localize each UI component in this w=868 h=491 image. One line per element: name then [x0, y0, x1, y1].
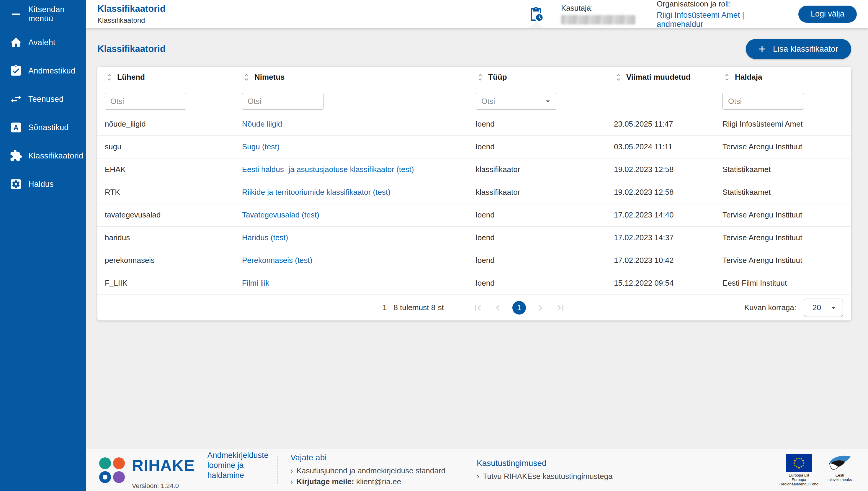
svg-text:★: ★ — [800, 465, 803, 468]
classifier-link[interactable]: Nõude liigid — [242, 119, 282, 128]
column-header-tyyp[interactable]: Tüüp — [476, 73, 507, 82]
user-label: Kasutaja: — [561, 3, 638, 13]
table-header-row: Lühend Nimetus Tüüp Viimati muudetud Hal… — [97, 67, 851, 90]
logo-dot-orange — [113, 457, 125, 469]
eu-logo-caption: Euroopa Liit Euroopa Regionaalarengu Fon… — [779, 473, 818, 486]
filter-tyyp-select[interactable]: Otsi — [476, 93, 557, 110]
terms-link[interactable]: › Tutvu RIHAKEse kasutustingimustega — [476, 471, 615, 482]
sort-icon[interactable] — [105, 73, 114, 82]
sidebar-item-klassifikaatorid[interactable]: Klassifikaatorid — [0, 142, 86, 170]
terms-section: Kasutustingimused › Tutvu RIHAKEse kasut… — [476, 459, 615, 482]
next-page-icon[interactable] — [535, 302, 546, 313]
pager-controls: 1 — [472, 301, 566, 315]
table-row[interactable]: nõude_liigid Nõude liigid loend 23.05.20… — [97, 113, 851, 136]
cell-manager: Tervise Arengu Instituut — [715, 226, 851, 249]
home-icon — [9, 36, 23, 49]
cell-luhend: tavategevusalad — [97, 204, 235, 226]
cell-luhend: perekonnaseis — [97, 249, 235, 272]
filter-haldaja-input[interactable] — [723, 93, 804, 110]
table-row[interactable]: tavategevusalad Tavategevusalad (test) l… — [97, 204, 851, 226]
column-header-haldaja[interactable]: Haldaja — [723, 73, 762, 82]
cell-manager: Tervise Arengu Instituut — [715, 204, 851, 226]
org-label: Organisatsioon ja roll: — [657, 0, 779, 8]
cell-type: loend — [468, 272, 607, 294]
topbar-right: Kasutaja: Organisatsioon ja roll: Riigi … — [528, 0, 857, 29]
column-header-viimati-muudetud[interactable]: Viimati muudetud — [614, 73, 691, 82]
cell-type: loend — [468, 113, 607, 136]
breadcrumb: Klassifikaatorid — [97, 16, 166, 25]
cell-manager: Tervise Arengu Instituut — [715, 249, 851, 272]
filter-nimetus-input[interactable] — [242, 93, 323, 110]
footer-divider — [464, 457, 464, 484]
sidebar-item-avaleht[interactable]: Avaleht — [0, 28, 86, 57]
dropdown-caret-icon — [543, 97, 552, 106]
content-area: Klassifikaatorid Lisa klassifikaator Lüh… — [86, 28, 868, 449]
svg-text:★: ★ — [795, 457, 798, 460]
current-page-button[interactable]: 1 — [512, 301, 526, 315]
table-row[interactable]: sugu Sugu (test) loend 03.05.2024 11:11 … — [97, 136, 851, 158]
help-heading: Vajate abi — [290, 453, 451, 462]
page-size-label: Kuvan korraga: — [744, 303, 796, 312]
classifier-link[interactable]: Haridus (test) — [242, 233, 288, 242]
last-page-icon[interactable] — [555, 302, 566, 313]
footer-divider — [278, 457, 278, 484]
column-header-nimetus[interactable]: Nimetus — [242, 73, 285, 82]
table-body: nõude_liigid Nõude liigid loend 23.05.20… — [97, 113, 851, 294]
classifier-link[interactable]: Riikide ja territooriumide klassifikaato… — [242, 187, 390, 197]
first-page-icon[interactable] — [472, 302, 484, 313]
sidebar-item-label: Sõnastikud — [28, 123, 69, 132]
estonia-logo-caption: Eesti tuleviku heaks — [828, 473, 852, 482]
cell-modified: 23.05.2025 11:47 — [607, 113, 715, 136]
sidebar-item-label: Teenused — [28, 95, 64, 104]
table-filter-row: Otsi — [97, 90, 851, 113]
cell-manager: Statistikaamet — [715, 181, 851, 204]
sort-icon[interactable] — [476, 73, 485, 82]
sidebar-item-haldus[interactable]: Haldus — [0, 170, 86, 198]
classifiers-table-card: Lühend Nimetus Tüüp Viimati muudetud Hal… — [97, 67, 851, 320]
brand-name: RIHAKE — [132, 456, 195, 474]
previous-page-icon[interactable] — [492, 302, 503, 313]
classifier-link[interactable]: Perekonnaseis (test) — [242, 256, 312, 265]
sidebar-item-teenused[interactable]: Teenused — [0, 85, 86, 113]
page-size-select[interactable]: 20 — [804, 299, 843, 317]
table-row[interactable]: RTK Riikide ja territooriumide klassifik… — [97, 181, 851, 204]
funding-logos: ★★★ ★★★ ★★★ ★★★ Euroopa Liit Euroopa Reg… — [779, 454, 853, 486]
filter-luhend-input[interactable] — [105, 93, 186, 110]
help-link-email[interactable]: › Kirjutage meile: klient@ria.ee — [290, 476, 451, 487]
table-row[interactable]: F_LIIK Filmi liik loend 15.12.2022 09:54… — [97, 272, 851, 294]
results-summary: 1 - 8 tulemust 8-st — [382, 303, 444, 312]
sort-icon[interactable] — [614, 73, 623, 82]
cell-type: loend — [468, 249, 607, 272]
sidebar-item-label: Klassifikaatorid — [28, 151, 83, 161]
table-row[interactable]: haridus Haridus (test) loend 17.02.2023 … — [97, 226, 851, 249]
classifier-link[interactable]: Eesti haldus- ja asustusjaotuse klassifi… — [242, 165, 414, 174]
cell-type: loend — [468, 226, 607, 249]
classifier-link[interactable]: Tavategevusalad (test) — [242, 210, 319, 219]
cell-luhend: sugu — [97, 136, 235, 158]
brand-tagline: Andmekirjelduste loomine ja haldamine — [207, 450, 268, 480]
sidebar-item-sonastikud[interactable]: A Sõnastikud — [0, 113, 86, 142]
table-row[interactable]: EHAK Eesti haldus- ja asustusjaotuse kla… — [97, 158, 851, 181]
classifier-link[interactable]: Filmi liik — [242, 279, 269, 287]
column-header-luhend[interactable]: Lühend — [105, 73, 145, 82]
page-head: Klassifikaatorid Lisa klassifikaator — [97, 39, 851, 59]
topbar: Klassifikaatorid Klassifikaatorid Kasuta… — [86, 0, 868, 28]
pending-actions-button[interactable] — [528, 0, 544, 28]
brand-divider — [201, 456, 201, 475]
help-link-manual[interactable]: › Kasutusjuhend ja andmekirjelduse stand… — [290, 465, 451, 476]
org-role-link[interactable]: Riigi Infosüsteemi Amet | andmehaldur — [657, 11, 779, 29]
table-row[interactable]: perekonnaseis Perekonnaseis (test) loend… — [97, 249, 851, 272]
sidebar-item-andmestikud[interactable]: Andmestikud — [0, 57, 86, 85]
add-classifier-button[interactable]: Lisa klassifikaator — [746, 39, 851, 59]
logo-dot-purple — [113, 471, 125, 483]
sidebar-item-collapse-menu[interactable]: Kitsendan menüü — [0, 0, 86, 28]
estonia-flag-swoosh-icon — [826, 454, 853, 472]
sort-icon[interactable] — [242, 73, 251, 82]
classifier-link[interactable]: Sugu (test) — [242, 142, 280, 151]
footer-divider — [628, 457, 628, 484]
main-column: Klassifikaatorid Klassifikaatorid Kasuta… — [86, 0, 868, 491]
sort-icon[interactable] — [723, 73, 731, 82]
user-name-redacted — [561, 15, 635, 25]
logout-button[interactable]: Logi välja — [798, 6, 857, 23]
cell-modified: 19.02.2023 12:58 — [607, 158, 715, 181]
